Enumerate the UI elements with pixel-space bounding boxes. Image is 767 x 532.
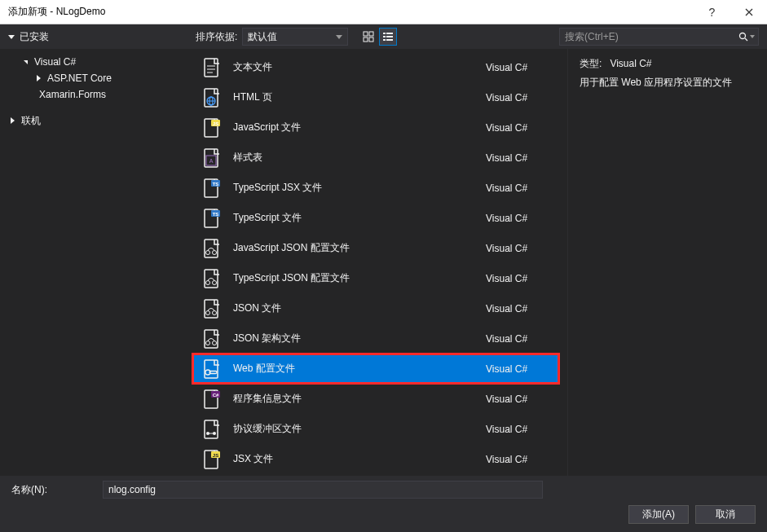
file-icon: TS bbox=[201, 178, 222, 199]
template-language: Visual C# bbox=[486, 363, 551, 375]
file-icon bbox=[201, 328, 222, 350]
add-button[interactable]: 添加(A) bbox=[628, 505, 689, 524]
close-icon bbox=[745, 8, 753, 16]
template-row[interactable]: HTML 页Visual C# bbox=[192, 82, 559, 112]
add-button-label: 添加(A) bbox=[642, 508, 675, 521]
tree-item-category[interactable]: ASP.NET Core bbox=[0, 70, 187, 86]
list-icon bbox=[382, 31, 394, 42]
template-list: 文本文件Visual C#HTML 页Visual C#JSJavaScript… bbox=[187, 49, 567, 476]
template-language: Visual C# bbox=[486, 424, 551, 435]
svg-rect-4 bbox=[383, 33, 386, 34]
chevron-down-icon bbox=[336, 35, 342, 39]
name-input[interactable] bbox=[103, 481, 543, 499]
template-label: Web 配置文件 bbox=[233, 362, 474, 376]
toolbar-left: 已安装 bbox=[8, 30, 196, 44]
svg-text:TS: TS bbox=[213, 181, 219, 186]
template-row[interactable]: C#程序集信息文件Visual C# bbox=[192, 384, 559, 414]
cancel-button[interactable]: 取消 bbox=[695, 505, 756, 524]
file-icon: TS bbox=[201, 208, 222, 229]
chevron-right-icon bbox=[34, 75, 42, 81]
tree-item-category[interactable]: Visual C# bbox=[0, 54, 187, 70]
file-icon bbox=[201, 238, 222, 259]
search-icon bbox=[738, 32, 748, 42]
template-language: Visual C# bbox=[486, 273, 551, 284]
info-type-label: 类型: bbox=[580, 58, 602, 69]
template-label: TypeScript JSON 配置文件 bbox=[233, 271, 474, 285]
template-language: Visual C# bbox=[486, 213, 551, 224]
button-row: 添加(A) 取消 bbox=[11, 505, 756, 524]
close-button[interactable] bbox=[730, 0, 767, 24]
chevron-down-icon bbox=[8, 35, 15, 39]
template-row[interactable]: JSON 架构文件Visual C# bbox=[192, 323, 559, 354]
tree-item-category[interactable]: Xamarin.Forms bbox=[0, 86, 187, 103]
grid-icon bbox=[363, 31, 374, 42]
template-row[interactable]: TSTypeScript JSX 文件Visual C# bbox=[192, 173, 559, 203]
svg-text:JS: JS bbox=[213, 121, 218, 125]
svg-point-39 bbox=[206, 310, 210, 314]
template-row[interactable]: TypeScript JSON 配置文件Visual C# bbox=[192, 263, 559, 293]
template-row[interactable]: 文本文件Visual C# bbox=[192, 52, 559, 82]
file-icon: A bbox=[201, 147, 222, 169]
file-icon: JS bbox=[201, 117, 222, 138]
template-row[interactable]: JSON 文件Visual C# bbox=[192, 293, 559, 323]
template-language: Visual C# bbox=[486, 92, 551, 103]
file-icon bbox=[201, 87, 222, 108]
window-titlebar: 添加新项 - NLogDemo ? bbox=[0, 0, 767, 24]
sort-label: 排序依据: bbox=[196, 30, 237, 44]
window-controls: ? bbox=[694, 0, 767, 24]
svg-rect-6 bbox=[383, 36, 386, 37]
template-label: TypeScript JSX 文件 bbox=[233, 181, 474, 195]
search-input[interactable]: 搜索(Ctrl+E) bbox=[559, 28, 759, 46]
template-language: Visual C# bbox=[486, 333, 551, 345]
svg-rect-5 bbox=[386, 33, 393, 34]
template-label: 样式表 bbox=[233, 151, 474, 165]
info-panel: 类型: Visual C# 用于配置 Web 应用程序设置的文件 bbox=[567, 49, 767, 476]
svg-point-34 bbox=[213, 250, 217, 254]
svg-point-42 bbox=[206, 341, 210, 345]
name-row: 名称(N): bbox=[11, 481, 756, 499]
help-button[interactable]: ? bbox=[694, 0, 730, 24]
view-list-button[interactable] bbox=[379, 28, 397, 46]
svg-point-40 bbox=[213, 310, 217, 314]
installed-tab[interactable]: 已安装 bbox=[20, 30, 49, 44]
template-panel: 文本文件Visual C#HTML 页Visual C#JSJavaScript… bbox=[187, 49, 567, 476]
file-icon bbox=[201, 298, 222, 319]
template-row[interactable]: Web 配置文件Visual C# bbox=[192, 354, 559, 384]
template-label: 协议缓冲区文件 bbox=[233, 422, 474, 436]
svg-point-10 bbox=[740, 33, 746, 39]
svg-rect-7 bbox=[386, 36, 393, 37]
svg-text:TS: TS bbox=[213, 211, 219, 216]
template-row[interactable]: A样式表Visual C# bbox=[192, 143, 559, 173]
svg-rect-9 bbox=[386, 39, 393, 41]
template-language: Visual C# bbox=[486, 394, 551, 405]
svg-line-11 bbox=[745, 38, 747, 41]
view-grid-button[interactable] bbox=[359, 28, 377, 46]
chevron-down-icon bbox=[21, 60, 29, 64]
svg-point-33 bbox=[206, 250, 210, 254]
name-label: 名称(N): bbox=[11, 483, 93, 497]
template-label: JSON 架构文件 bbox=[233, 332, 474, 345]
file-icon bbox=[201, 57, 222, 78]
info-description: 用于配置 Web 应用程序设置的文件 bbox=[580, 76, 756, 90]
template-label: TypeScript 文件 bbox=[233, 211, 474, 225]
toolbar: 已安装 排序依据: 默认值 搜索(Ctrl bbox=[0, 24, 767, 49]
window-title: 添加新项 - NLogDemo bbox=[8, 5, 694, 19]
svg-point-36 bbox=[206, 280, 210, 284]
tree-item-label: 联机 bbox=[21, 114, 41, 128]
template-label: 文本文件 bbox=[233, 60, 474, 74]
svg-rect-12 bbox=[205, 59, 218, 77]
tree-item-online[interactable]: 联机 bbox=[0, 112, 187, 129]
info-type-value: Visual C# bbox=[610, 58, 651, 69]
template-label: JavaScript JSON 配置文件 bbox=[233, 241, 474, 255]
template-row[interactable]: TSTypeScript 文件Visual C# bbox=[192, 203, 559, 233]
file-icon: JS bbox=[201, 449, 222, 470]
template-row[interactable]: JavaScript JSON 配置文件Visual C# bbox=[192, 233, 559, 263]
info-type: 类型: Visual C# bbox=[580, 57, 756, 71]
template-row[interactable]: JSJSX 文件Visual C# bbox=[192, 444, 559, 474]
svg-text:C#: C# bbox=[213, 392, 219, 397]
sort-dropdown[interactable]: 默认值 bbox=[242, 28, 348, 46]
template-row[interactable]: 协议缓冲区文件Visual C# bbox=[192, 414, 559, 444]
template-label: JSON 文件 bbox=[233, 301, 474, 315]
template-row[interactable]: JSJavaScript 文件Visual C# bbox=[192, 112, 559, 143]
template-language: Visual C# bbox=[486, 243, 551, 254]
